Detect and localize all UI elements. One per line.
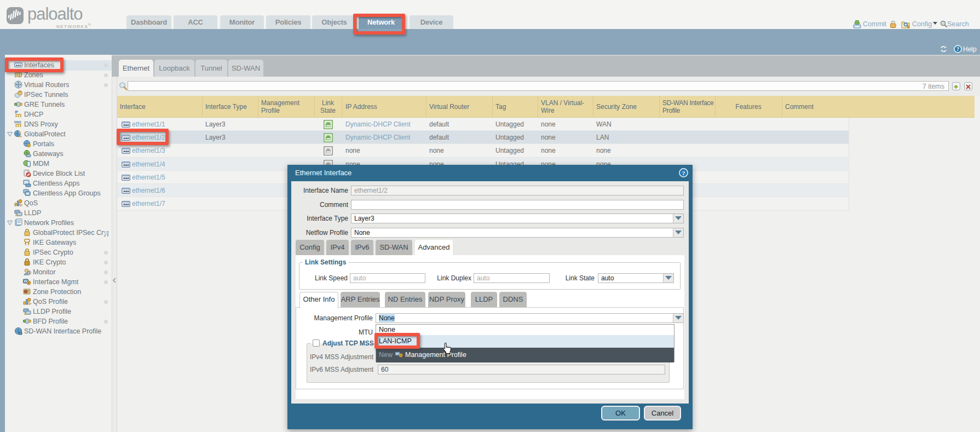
svg-text:?: ? — [682, 170, 685, 176]
svg-text:?: ? — [956, 46, 959, 52]
